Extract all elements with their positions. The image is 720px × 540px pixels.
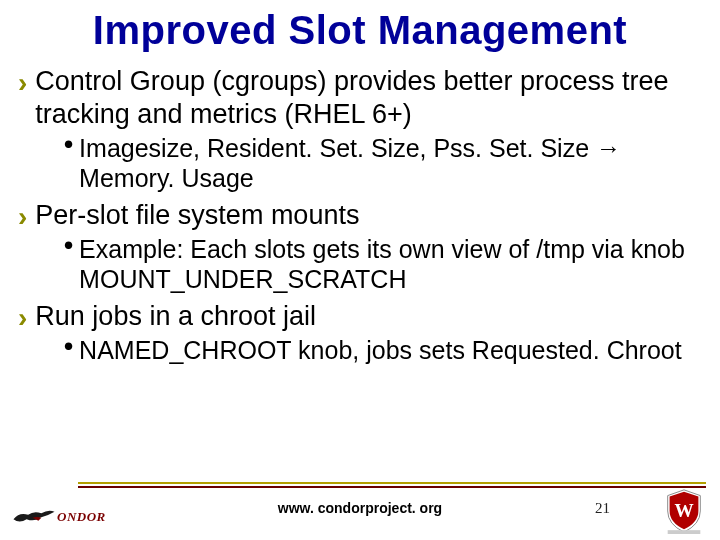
svg-rect-1 bbox=[668, 530, 701, 534]
dot-icon: • bbox=[64, 232, 73, 258]
page-number: 21 bbox=[595, 500, 610, 517]
chevron-icon: › bbox=[18, 203, 27, 231]
slide-body: › Control Group (cgroups) provides bette… bbox=[0, 65, 720, 365]
dot-icon: • bbox=[64, 131, 73, 157]
slide-footer: ONDOR www. condorproject. org 21 W bbox=[0, 482, 720, 540]
bullet-3a: • NAMED_CHROOT knob, jobs sets Requested… bbox=[64, 335, 702, 365]
bullet-1a: • Imagesize, Resident. Set. Size, Pss. S… bbox=[64, 133, 702, 193]
bullet-2a-text: Example: Each slots gets its own view of… bbox=[79, 234, 702, 294]
divider-line bbox=[78, 486, 706, 488]
bullet-1-text: Control Group (cgroups) provides better … bbox=[35, 65, 702, 131]
chevron-icon: › bbox=[18, 69, 27, 97]
bullet-2: › Per-slot file system mounts bbox=[18, 199, 702, 232]
bullet-1a-text: Imagesize, Resident. Set. Size, Pss. Set… bbox=[79, 133, 702, 193]
wisconsin-logo: W bbox=[660, 486, 708, 534]
bullet-3-text: Run jobs in a chroot jail bbox=[35, 300, 316, 333]
dot-icon: • bbox=[64, 333, 73, 359]
bullet-1: › Control Group (cgroups) provides bette… bbox=[18, 65, 702, 131]
svg-text:W: W bbox=[674, 500, 693, 521]
bullet-2-text: Per-slot file system mounts bbox=[35, 199, 359, 232]
divider-line bbox=[78, 482, 706, 484]
footer-url: www. condorproject. org bbox=[0, 500, 720, 516]
bullet-2a: • Example: Each slots gets its own view … bbox=[64, 234, 702, 294]
chevron-icon: › bbox=[18, 304, 27, 332]
bullet-3a-text: NAMED_CHROOT knob, jobs sets Requested. … bbox=[79, 335, 682, 365]
slide-title: Improved Slot Management bbox=[0, 0, 720, 65]
bullet-3: › Run jobs in a chroot jail bbox=[18, 300, 702, 333]
